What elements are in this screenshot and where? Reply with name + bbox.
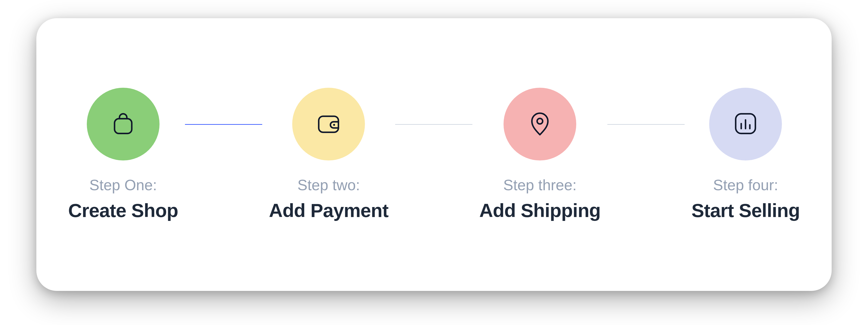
- step-add-shipping[interactable]: Step three: Add Shipping: [479, 88, 600, 221]
- step-connector: [608, 124, 685, 125]
- step-label: Step three:: [503, 176, 577, 194]
- step-label: Step two:: [298, 176, 360, 194]
- svg-point-2: [333, 124, 335, 126]
- svg-rect-0: [115, 119, 132, 134]
- step-circle: [709, 88, 782, 160]
- step-add-payment[interactable]: Step two: Add Payment: [269, 88, 389, 221]
- step-start-selling[interactable]: Step four: Start Selling: [691, 88, 800, 221]
- stepper-row: Step One: Create Shop Step two: Add Paym…: [68, 88, 800, 221]
- chart-icon: [731, 109, 760, 139]
- wallet-icon: [314, 109, 343, 139]
- step-title: Add Shipping: [479, 200, 600, 221]
- step-connector: [185, 124, 262, 125]
- onboarding-stepper-card: Step One: Create Shop Step two: Add Paym…: [36, 18, 832, 291]
- location-pin-icon: [525, 109, 555, 139]
- svg-rect-1: [319, 116, 339, 132]
- svg-point-3: [537, 118, 542, 124]
- step-title: Create Shop: [68, 200, 178, 221]
- step-create-shop[interactable]: Step One: Create Shop: [68, 88, 178, 221]
- step-label: Step four:: [713, 176, 778, 194]
- step-label: Step One:: [89, 176, 157, 194]
- step-title: Add Payment: [269, 200, 389, 221]
- shopping-bag-icon: [108, 109, 138, 139]
- step-circle: [292, 88, 365, 160]
- step-circle: [87, 88, 159, 160]
- step-title: Start Selling: [691, 200, 800, 221]
- step-circle: [503, 88, 576, 160]
- step-connector: [395, 124, 472, 125]
